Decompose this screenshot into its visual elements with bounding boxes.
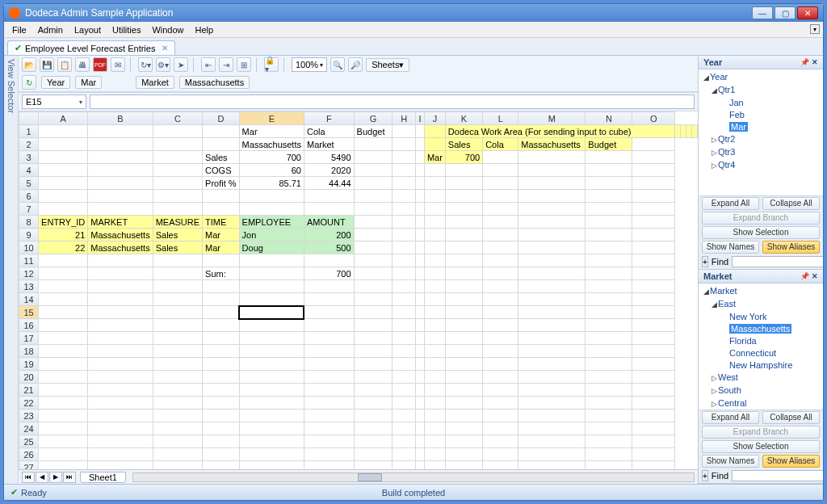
sheet-tab[interactable]: Sheet1 [80,472,126,483]
cell-A21[interactable] [39,384,88,397]
cell-K8[interactable] [445,216,482,229]
cell-K25[interactable] [445,435,482,448]
cell-O1[interactable] [692,125,698,138]
cell-A7[interactable] [39,203,88,216]
cell-D22[interactable] [203,397,240,410]
cell-B22[interactable] [88,397,153,410]
cell-O7[interactable] [632,203,675,216]
cell-B21[interactable] [88,384,153,397]
cell-O20[interactable] [632,371,675,384]
show-aliases-button[interactable]: Show Aliases [762,241,820,254]
outdent-icon[interactable]: ⇥ [219,57,233,72]
cell-B18[interactable] [88,345,153,358]
cell-B6[interactable] [88,190,153,203]
cell-H18[interactable] [393,345,416,358]
cell-H16[interactable] [393,319,416,332]
show-selection-button[interactable]: Show Selection [702,440,820,453]
cell-F22[interactable] [304,397,354,410]
cell-M13[interactable] [518,280,586,293]
cell-N18[interactable] [586,345,632,358]
cell-H20[interactable] [393,371,416,384]
cell-C6[interactable] [153,190,202,203]
cell-M18[interactable] [518,345,586,358]
cell-H9[interactable] [393,229,416,242]
cell-M16[interactable] [518,319,586,332]
cell-L17[interactable] [483,332,518,345]
cell-M1[interactable] [681,125,686,138]
cell-G13[interactable] [354,280,393,293]
cell-B11[interactable] [88,254,153,267]
cell-J26[interactable] [424,448,445,461]
cell-J3[interactable]: Mar [424,151,445,164]
show-names-button[interactable]: Show Names [702,455,759,468]
cell-L27[interactable] [483,461,518,470]
cell-M15[interactable] [518,306,586,319]
cell-A1[interactable] [39,125,88,138]
print-icon[interactable]: 🖶 [75,57,90,72]
cell-C14[interactable] [153,293,202,306]
cell-B27[interactable] [88,461,153,470]
cell-J11[interactable] [424,254,445,267]
cell-G21[interactable] [354,384,393,397]
cell-F14[interactable] [304,293,354,306]
cell-A14[interactable] [39,293,88,306]
cell-B20[interactable] [88,371,153,384]
cell-O24[interactable] [632,422,675,435]
cell-M9[interactable] [518,229,586,242]
cell-A4[interactable] [39,164,88,177]
cell-D9[interactable]: Mar [203,229,240,242]
go-icon[interactable]: ↻ [22,75,36,90]
cell-L18[interactable] [483,345,518,358]
indent-icon[interactable]: ⇤ [201,57,216,72]
cell-D18[interactable] [203,345,240,358]
cell-O25[interactable] [632,435,675,448]
pin-icon[interactable]: 📌 ✕ [800,272,818,280]
cell-O22[interactable] [632,397,675,410]
cell-L2[interactable]: Cola [483,138,518,151]
cell-M12[interactable] [518,267,586,280]
cell-C7[interactable] [153,203,202,216]
cell-N2[interactable]: Budget [586,138,632,151]
cell-O27[interactable] [632,461,675,470]
cell-I9[interactable] [415,229,424,242]
cell-K12[interactable] [445,267,482,280]
cell-D23[interactable] [203,410,240,422]
cell-E3[interactable]: 700 [239,151,304,164]
cell-A24[interactable] [39,422,88,435]
cell-E24[interactable] [239,422,304,435]
cell-G15[interactable] [354,306,393,319]
cell-I6[interactable] [415,190,424,203]
cell-O4[interactable] [632,164,675,177]
cell-J8[interactable] [424,216,445,229]
cell-L6[interactable] [483,190,518,203]
cell-O19[interactable] [632,358,675,371]
cell-E20[interactable] [239,371,304,384]
cell-E2[interactable]: Massachusetts [239,138,304,151]
cell-N3[interactable] [586,151,632,164]
cell-C10[interactable]: Sales [153,242,202,254]
cell-F23[interactable] [304,410,354,422]
cell-J4[interactable] [424,164,445,177]
cell-D1[interactable] [203,125,240,138]
cell-E14[interactable] [239,293,304,306]
selector-year[interactable]: Year [41,76,70,89]
cell-H11[interactable] [393,254,416,267]
cell-N11[interactable] [586,254,632,267]
cell-K23[interactable] [445,410,482,422]
cell-F8[interactable]: AMOUNT [304,216,354,229]
cell-K26[interactable] [445,448,482,461]
sheets-dropdown[interactable]: Sheets▾ [366,58,409,72]
cell-K19[interactable] [445,358,482,371]
cell-G7[interactable] [354,203,393,216]
cell-J15[interactable] [424,306,445,319]
cell-F18[interactable] [304,345,354,358]
cell-M6[interactable] [518,190,586,203]
cell-O3[interactable] [632,151,675,164]
cell-G1[interactable]: Budget [354,125,393,138]
cell-N7[interactable] [586,203,632,216]
maximize-button[interactable]: ▢ [775,6,796,19]
cell-K17[interactable] [445,332,482,345]
zoom-in-icon[interactable]: 🔍 [330,57,345,72]
cell-O12[interactable] [632,267,675,280]
cell-E13[interactable] [239,280,304,293]
